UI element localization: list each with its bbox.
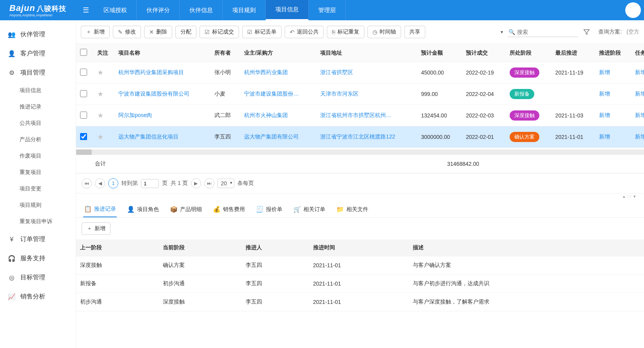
pager-next[interactable]: ▶ — [191, 178, 201, 188]
detail-tab[interactable]: 👤项目角色 — [126, 203, 160, 217]
search-dropdown-caret[interactable]: ▾ — [498, 29, 505, 35]
topnav-tab[interactable]: 项目信息 — [266, 0, 309, 20]
buyer-link[interactable]: 杭州市火神山集团 — [244, 112, 288, 118]
panel-resizer[interactable]: ▴ ::: ▾ — [76, 194, 644, 199]
mark-lost-button[interactable]: ☑标记丢单 — [242, 26, 282, 38]
topnav-tab[interactable]: 管理层 — [309, 0, 346, 20]
column-header[interactable] — [76, 44, 93, 62]
table-row[interactable]: ★远大物产集团信息化项目李五四远大物产集团有限公司浙江省宁波市江北区桃渡路122… — [76, 126, 644, 148]
sidebar-subitem[interactable]: 重复项目申诉 — [0, 213, 76, 230]
pager-page-input[interactable] — [141, 179, 159, 188]
pager-current[interactable]: 1 — [108, 178, 118, 188]
column-header[interactable]: 最后推进 — [551, 44, 595, 62]
buyer-link[interactable]: 远大物产集团有限公司 — [244, 133, 299, 140]
detail-tab[interactable]: 📁相关文件 — [335, 203, 369, 217]
star-icon[interactable]: ★ — [97, 90, 103, 98]
row-checkbox[interactable] — [80, 69, 87, 76]
column-header[interactable]: 预计成交 — [462, 44, 506, 62]
edit-button[interactable]: ✎修改 — [113, 26, 141, 38]
detail-tab[interactable]: 🧾报价单 — [255, 203, 283, 217]
sidebar-item[interactable]: 📈销售分析 — [0, 287, 76, 306]
star-icon[interactable]: ★ — [97, 112, 103, 119]
delete-button[interactable]: ✕删除 — [144, 26, 172, 38]
task-link[interactable]: 新增 — [635, 69, 644, 75]
detail-column-header[interactable]: 推进时间 — [309, 240, 409, 256]
sidebar-item[interactable]: 👤客户管理 — [0, 44, 76, 63]
sidebar-item[interactable]: ◎目标管理 — [0, 268, 76, 287]
row-checkbox[interactable] — [80, 133, 87, 140]
select-all-checkbox[interactable] — [80, 49, 87, 56]
buyer-link[interactable]: 杭州华西药业集团 — [244, 69, 288, 75]
detail-column-header[interactable]: 上一阶段 — [76, 240, 159, 256]
column-header[interactable]: 推进阶段 — [595, 44, 632, 62]
task-link[interactable]: 新增 — [635, 91, 644, 97]
push-stage-link[interactable]: 新增 — [599, 69, 610, 75]
filter-icon[interactable] — [580, 29, 593, 35]
project-name-link[interactable]: 远大物产集团信息化项目 — [118, 133, 178, 140]
task-link[interactable]: 新增 — [635, 112, 644, 118]
detail-column-header[interactable]: 当前阶段 — [159, 240, 242, 256]
detail-tab[interactable]: 📦产品明细 — [169, 203, 203, 217]
column-header[interactable]: 关注 — [93, 44, 114, 62]
table-row[interactable]: ★杭州华西药业集团采购项目张小明杭州华西药业集团浙江省拱墅区45000.0020… — [76, 62, 644, 83]
address-link[interactable]: 浙江省拱墅区 — [320, 69, 353, 75]
assign-button[interactable]: 分配 — [175, 26, 196, 38]
pager-last[interactable]: ⏭ — [204, 178, 214, 188]
topnav-tab[interactable]: 伙伴评分 — [137, 0, 180, 20]
column-header[interactable]: 预计金额 — [417, 44, 462, 62]
sidebar-item[interactable]: 🎧服务支持 — [0, 249, 76, 268]
sidebar-item[interactable]: 👥伙伴管理 — [0, 25, 76, 44]
sidebar-subitem[interactable]: 项目规则 — [0, 197, 76, 213]
sidebar-subitem[interactable]: 重复项目 — [0, 164, 76, 181]
sidebar-subitem[interactable]: 产品分析 — [0, 131, 76, 148]
buyer-link[interactable]: 宁波市建设集团股份… — [244, 91, 299, 97]
table-row[interactable]: ★宁波市建设集团股份有限公司小麦宁波市建设集团股份…天津市市河东区999.002… — [76, 83, 644, 105]
mark-dup-button[interactable]: ⎘标记重复 — [327, 26, 364, 38]
column-header[interactable]: 所有者 — [211, 44, 240, 62]
push-stage-link[interactable]: 新增 — [599, 133, 610, 140]
detail-row[interactable]: 深度接触确认方案李五四2021-11-01与客户确认方案 — [76, 256, 644, 275]
pager-pagesize-select[interactable]: 20 — [218, 179, 235, 188]
column-header[interactable]: 所处阶段 — [506, 44, 551, 62]
pager-prev[interactable]: ◀ — [95, 178, 105, 188]
row-checkbox[interactable] — [80, 112, 87, 119]
detail-tab[interactable]: 🛒相关订单 — [293, 203, 326, 217]
task-link[interactable]: 新增 — [635, 133, 644, 140]
mark-deal-button[interactable]: ☑标记成交 — [200, 26, 239, 38]
avatar[interactable] — [625, 2, 641, 18]
add-button[interactable]: ＋新增 — [81, 26, 110, 38]
project-name-link[interactable]: 杭州华西药业集团采购项目 — [118, 69, 184, 75]
detail-column-header[interactable]: 描述 — [409, 240, 644, 256]
push-stage-link[interactable]: 新增 — [599, 91, 610, 97]
column-header[interactable]: 任务 — [631, 44, 644, 62]
sidebar-subitem[interactable]: 项目信息 — [0, 82, 76, 99]
column-header[interactable]: 项目地址 — [316, 44, 417, 62]
column-header[interactable]: 项目名称 — [114, 44, 211, 62]
address-link[interactable]: 浙江省宁波市江北区桃渡路122 — [320, 133, 395, 140]
star-icon[interactable]: ★ — [97, 69, 103, 76]
pager-first[interactable]: ⏮ — [82, 178, 92, 188]
search-input[interactable] — [508, 27, 578, 37]
topnav-tab[interactable]: 项目规则 — [223, 0, 266, 20]
star-icon[interactable]: ★ — [97, 133, 103, 141]
detail-tab[interactable]: 📋推进记录 — [83, 203, 117, 217]
menu-toggle-icon[interactable]: ☰ — [78, 6, 94, 14]
sidebar-subitem[interactable]: 公共项目 — [0, 115, 76, 131]
address-link[interactable]: 天津市市河东区 — [320, 91, 359, 97]
query-plan-value[interactable]: (空方 — [626, 28, 639, 36]
address-link[interactable]: 浙江省杭州市市拱墅区杭州… — [320, 112, 391, 118]
row-checkbox[interactable] — [80, 90, 87, 97]
table-row[interactable]: ★阿尔加pose肉武二郎杭州市火神山集团浙江省杭州市市拱墅区杭州…132454.… — [76, 105, 644, 126]
sidebar-item[interactable]: ⚙项目管理 — [0, 63, 76, 82]
return-public-button[interactable]: ↶退回公共 — [285, 26, 324, 38]
detail-row[interactable]: 初步沟通深度接触李五四2021-11-01与客户深度接触，了解客户需求 — [76, 293, 644, 311]
topnav-tab[interactable]: 伙伴信息 — [180, 0, 223, 20]
push-stage-link[interactable]: 新增 — [599, 112, 610, 118]
detail-row[interactable]: 新报备初步沟通李五四2021-11-01与客户初步进行沟通，达成共识 — [76, 275, 644, 293]
project-name-link[interactable]: 阿尔加pose肉 — [118, 112, 152, 118]
topnav-tab[interactable]: 区域授权 — [94, 0, 137, 20]
sidebar-subitem[interactable]: 作废项目 — [0, 148, 76, 164]
column-header[interactable]: 业主/采购方 — [240, 44, 316, 62]
share-button[interactable]: 共享 — [404, 26, 425, 38]
detail-add-button[interactable]: ＋新增 — [82, 222, 111, 235]
